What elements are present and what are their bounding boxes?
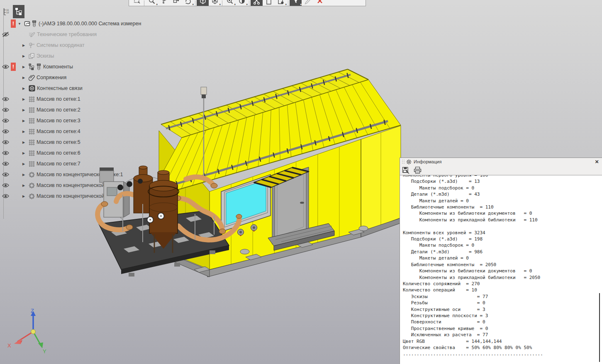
triad-y-label: Y xyxy=(43,348,46,354)
dropdown-arrow-icon: ▾ xyxy=(285,3,287,6)
top-toolbar: ▾▾▾▾▾▾▾ xyxy=(129,0,366,6)
door-handle xyxy=(300,202,304,204)
edit-button[interactable] xyxy=(302,0,314,6)
move-component-button[interactable] xyxy=(170,0,182,6)
info-report-text: Компоненты первого уровня = 100 Подсборк… xyxy=(400,175,602,364)
toolbar-separator xyxy=(144,0,144,6)
tree-composition-view-button[interactable] xyxy=(13,5,24,18)
info-report-pre: Компоненты первого уровня = 100 Подсборк… xyxy=(403,175,602,357)
move-part-button[interactable] xyxy=(158,0,170,6)
isometric-view-button[interactable]: ▾ xyxy=(209,0,221,6)
orientation-button[interactable] xyxy=(197,0,209,6)
display-zoom-button[interactable]: ▾ xyxy=(224,0,236,6)
document-properties-button[interactable]: ▾ xyxy=(275,0,287,6)
triad-z-label: Z xyxy=(31,308,34,314)
zoom-button[interactable]: ▾ xyxy=(146,0,158,6)
rectangle-select-button[interactable] xyxy=(131,0,143,6)
svg-text:12: 12 xyxy=(6,11,9,14)
info-panel-title: Информация xyxy=(414,159,441,164)
info-panel: Информация × Компоненты первого уровня =… xyxy=(400,158,602,364)
close-icon[interactable]: × xyxy=(595,158,599,165)
rotate-component-button[interactable]: ▾ xyxy=(182,0,194,6)
save-report-button[interactable] xyxy=(402,167,409,174)
orientation-triad: Z X Y xyxy=(7,308,46,354)
scrollbar-thumb[interactable] xyxy=(599,293,600,362)
dropdown-arrow-icon: ▾ xyxy=(219,3,221,6)
tree-structure-view-button[interactable]: 1112 xyxy=(2,6,12,18)
toolbar-separator xyxy=(249,0,249,6)
section-view-button[interactable] xyxy=(251,0,263,6)
toolbar-separator xyxy=(195,0,195,6)
document-button[interactable] xyxy=(263,0,275,6)
gear-icon xyxy=(406,159,412,165)
info-panel-toolbar xyxy=(400,165,602,175)
render-mode-button[interactable]: ▾ xyxy=(236,0,248,6)
triad-x-label: X xyxy=(7,342,11,349)
filter-button[interactable]: ▾ xyxy=(290,0,302,6)
print-button[interactable] xyxy=(414,167,422,174)
close-document-button[interactable] xyxy=(314,0,326,6)
info-panel-titlebar[interactable]: Информация × xyxy=(400,158,602,165)
dropdown-arrow-icon: ▾ xyxy=(246,3,248,6)
panel-grip-icon xyxy=(402,159,405,164)
toolbar-separator xyxy=(288,0,288,6)
dropdown-arrow-icon: ▾ xyxy=(192,3,194,6)
toolbar-separator xyxy=(222,0,222,6)
